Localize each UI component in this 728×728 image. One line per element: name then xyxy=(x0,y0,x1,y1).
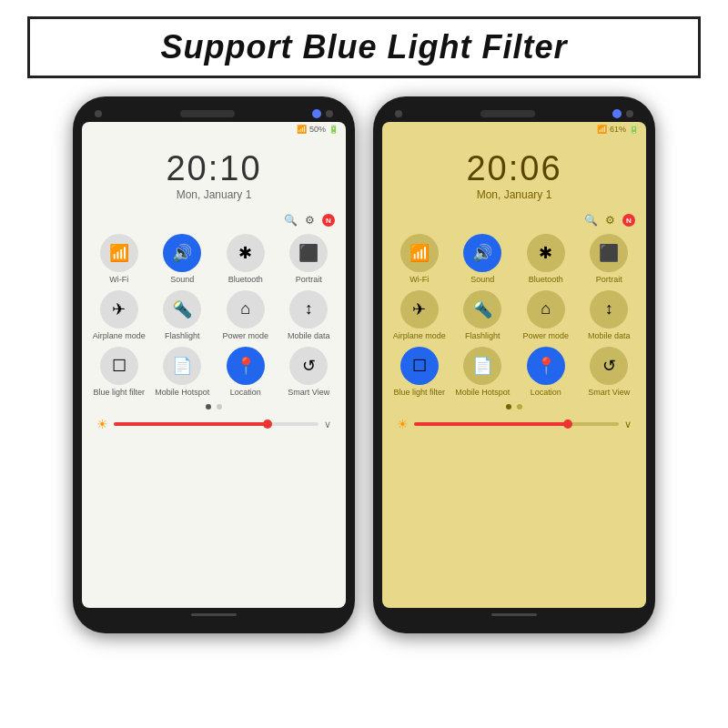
tile-location-icon-warm[interactable]: 📍 xyxy=(527,347,565,385)
tile-sound-icon[interactable]: 🔊 xyxy=(163,234,201,272)
tile-blue-light-label-warm: Blue light filter xyxy=(393,388,445,398)
tile-airplane-icon[interactable]: ✈ xyxy=(100,290,138,329)
tile-blue-light-label: Blue light filter xyxy=(93,388,145,398)
tile-bluetooth-label-warm: Bluetooth xyxy=(529,275,563,285)
screen-normal: 📶 50% 🔋 20:10 Mon, January 1 🔍 ⚙ N 📶 xyxy=(82,122,346,608)
tile-flashlight-icon[interactable]: 🔦 xyxy=(163,290,201,329)
brightness-chevron[interactable]: ∨ xyxy=(324,419,331,430)
tile-flashlight-warm: 🔦 Flashlight xyxy=(453,290,513,341)
clock-time-warm: 20:06 xyxy=(382,149,646,188)
tile-portrait-label: Portrait xyxy=(296,275,322,285)
sensor-area-warm xyxy=(612,109,633,118)
tile-power-icon[interactable]: ⌂ xyxy=(227,290,265,329)
phone-normal: 📶 50% 🔋 20:10 Mon, January 1 🔍 ⚙ N 📶 xyxy=(73,96,355,633)
camera-dot-warm xyxy=(395,110,402,117)
tile-power-warm: ⌂ Power mode xyxy=(516,290,576,341)
tile-smart-view: ↺ Smart View xyxy=(279,347,339,398)
notification-dot[interactable]: N xyxy=(322,214,335,227)
tile-bluetooth: ✱ Bluetooth xyxy=(216,234,276,285)
quick-panel-normal: 🔍 ⚙ N 📶 Wi-Fi 🔊 Sound ✱ xyxy=(82,208,346,608)
tile-smart-view-label-warm: Smart View xyxy=(588,388,630,398)
tile-mobile-data-warm: ↕ Mobile data xyxy=(580,290,640,341)
phone-speaker-warm xyxy=(480,110,535,117)
settings-icon-warm[interactable]: ⚙ xyxy=(605,214,615,227)
tile-flashlight-label: Flashlight xyxy=(165,331,200,341)
tile-location-warm: 📍 Location xyxy=(516,347,576,398)
tile-portrait-icon[interactable]: ⬛ xyxy=(289,234,328,272)
brightness-chevron-warm[interactable]: ∨ xyxy=(624,419,632,430)
tile-hotspot-icon[interactable]: 📄 xyxy=(163,347,201,385)
tile-location: 📍 Location xyxy=(216,347,276,398)
home-bar xyxy=(191,613,237,616)
camera-sensor xyxy=(326,110,333,117)
screen-warm: 📶 61% 🔋 20:06 Mon, January 1 🔍 ⚙ N 📶 xyxy=(382,122,646,608)
tile-airplane-warm: ✈ Airplane mode xyxy=(389,290,450,341)
brightness-track-warm[interactable] xyxy=(414,422,619,426)
clock-area-normal: 20:10 Mon, January 1 xyxy=(82,136,346,208)
page-dot-1-warm xyxy=(506,404,511,410)
tile-hotspot-label-warm: Mobile Hotspot xyxy=(455,388,510,398)
panel-toolbar-warm: 🔍 ⚙ N xyxy=(389,214,639,227)
tile-hotspot: 📄 Mobile Hotspot xyxy=(153,347,213,398)
tile-blue-light: ☐ Blue light filter xyxy=(89,347,149,398)
tile-mobile-data-icon[interactable]: ↕ xyxy=(289,290,328,329)
tile-portrait-label-warm: Portrait xyxy=(596,275,622,285)
tile-flashlight: 🔦 Flashlight xyxy=(153,290,213,341)
tile-airplane-icon-warm[interactable]: ✈ xyxy=(400,290,439,329)
page-dots-warm xyxy=(389,404,639,410)
phone-speaker xyxy=(180,110,235,117)
tile-blue-light-icon-warm[interactable]: ☐ xyxy=(400,347,439,385)
tile-wifi-warm: 📶 Wi-Fi xyxy=(389,234,450,285)
notification-dot-warm[interactable]: N xyxy=(622,214,635,227)
tile-sound-label: Sound xyxy=(170,275,194,285)
tile-hotspot-warm: 📄 Mobile Hotspot xyxy=(453,347,513,398)
tile-bluetooth-warm: ✱ Bluetooth xyxy=(516,234,576,285)
page-dot-1 xyxy=(206,404,211,410)
search-icon[interactable]: 🔍 xyxy=(284,214,298,227)
tile-wifi-label-warm: Wi-Fi xyxy=(410,275,429,285)
tile-wifi-label: Wi-Fi xyxy=(109,275,128,285)
tiles-grid-warm: 📶 Wi-Fi 🔊 Sound ✱ Bluetooth ⬛ Portrait xyxy=(389,234,639,397)
clock-area-warm: 20:06 Mon, January 1 xyxy=(382,136,646,208)
phone-top-bar xyxy=(82,109,346,118)
tile-portrait-icon-warm[interactable]: ⬛ xyxy=(590,234,628,272)
tile-smart-view-icon[interactable]: ↺ xyxy=(289,347,328,385)
brightness-fill-warm xyxy=(414,422,568,426)
tile-wifi-icon-warm[interactable]: 📶 xyxy=(400,234,439,272)
header-banner: Support Blue Light Filter xyxy=(27,16,701,78)
tile-bluetooth-icon-warm[interactable]: ✱ xyxy=(527,234,565,272)
tile-bluetooth-label: Bluetooth xyxy=(228,275,263,285)
brightness-track[interactable] xyxy=(114,422,318,426)
quick-panel-warm: 🔍 ⚙ N 📶 Wi-Fi 🔊 Sound ✱ xyxy=(382,208,646,608)
panel-toolbar-normal: 🔍 ⚙ N xyxy=(89,214,339,227)
tile-blue-light-icon[interactable]: ☐ xyxy=(100,347,138,385)
tile-flashlight-icon-warm[interactable]: 🔦 xyxy=(463,290,501,329)
tile-power-label: Power mode xyxy=(222,331,268,341)
battery-text-warm: 61% xyxy=(610,125,626,134)
tiles-grid-normal: 📶 Wi-Fi 🔊 Sound ✱ Bluetooth ⬛ Portrait xyxy=(89,234,339,397)
tile-wifi-icon[interactable]: 📶 xyxy=(100,234,138,272)
tile-sound-label-warm: Sound xyxy=(470,275,494,285)
tile-blue-light-warm: ☐ Blue light filter xyxy=(389,347,450,398)
brightness-thumb xyxy=(263,420,272,429)
header-title: Support Blue Light Filter xyxy=(52,28,676,66)
battery-text: 50% xyxy=(309,125,326,134)
status-bar-normal: 📶 50% 🔋 xyxy=(82,122,346,136)
tile-flashlight-label-warm: Flashlight xyxy=(465,331,500,341)
tile-wifi: 📶 Wi-Fi xyxy=(89,234,149,285)
settings-icon[interactable]: ⚙ xyxy=(305,214,315,227)
tile-hotspot-label: Mobile Hotspot xyxy=(155,388,209,398)
tile-bluetooth-icon[interactable]: ✱ xyxy=(227,234,265,272)
tile-hotspot-icon-warm[interactable]: 📄 xyxy=(463,347,501,385)
phone-warm: 📶 61% 🔋 20:06 Mon, January 1 🔍 ⚙ N 📶 xyxy=(373,96,655,633)
brightness-thumb-warm xyxy=(563,420,572,429)
tile-location-icon[interactable]: 📍 xyxy=(227,347,265,385)
tile-power-icon-warm[interactable]: ⌂ xyxy=(527,290,565,329)
tile-smart-view-icon-warm[interactable]: ↺ xyxy=(590,347,628,385)
clock-date-normal: Mon, January 1 xyxy=(82,188,346,201)
tile-sound-icon-warm[interactable]: 🔊 xyxy=(463,234,501,272)
page-dot-2 xyxy=(217,404,222,410)
page-dots-normal xyxy=(89,404,339,410)
tile-mobile-data-icon-warm[interactable]: ↕ xyxy=(590,290,628,329)
search-icon-warm[interactable]: 🔍 xyxy=(584,214,598,227)
